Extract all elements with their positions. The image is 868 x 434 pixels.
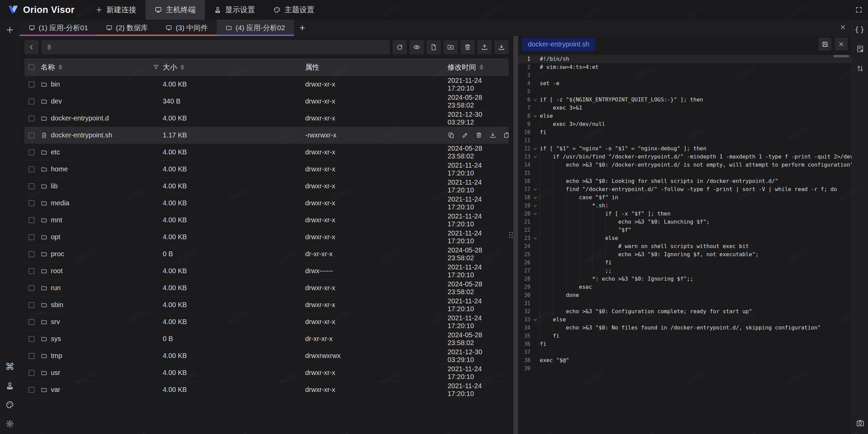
sort-icon[interactable] — [180, 64, 184, 70]
file-row-opt[interactable]: opt4.00 KBdrwxr-xr-x2021-11-24 17:20:10 — [24, 229, 509, 246]
delete-icon[interactable] — [475, 132, 482, 139]
row-checkbox[interactable] — [28, 149, 35, 155]
file-row-run[interactable]: run4.00 KBdrwxr-xr-x2024-05-28 23:58:02 — [24, 280, 509, 297]
row-checkbox[interactable] — [28, 98, 35, 105]
row-checkbox[interactable] — [28, 319, 35, 325]
file-row-usr[interactable]: usr4.00 KBdrwxr-xr-x2021-11-24 17:20:10 — [24, 364, 509, 381]
new-file-button[interactable] — [427, 40, 441, 54]
row-checkbox[interactable] — [28, 387, 35, 393]
row-checkbox[interactable] — [28, 200, 35, 206]
fullscreen-button[interactable] — [850, 0, 868, 20]
fold-chevron-icon[interactable] — [530, 210, 540, 218]
menu-item-3[interactable]: 主题设置 — [264, 0, 323, 20]
fold-chevron-icon[interactable] — [530, 193, 540, 202]
file-row-var[interactable]: var4.00 KBdrwxr-xr-x2021-11-24 17:20:10 — [24, 381, 509, 398]
fold-chevron-icon[interactable] — [530, 202, 540, 210]
copy-icon[interactable] — [448, 132, 455, 139]
fold-chevron-icon[interactable] — [530, 185, 540, 193]
menu-item-0[interactable]: 新建连接 — [86, 0, 145, 20]
session-tab-4[interactable]: (4) 应用-分析02 — [217, 20, 294, 36]
row-checkbox[interactable] — [28, 268, 35, 274]
close-editor-button[interactable] — [835, 38, 848, 51]
fold-chevron-icon[interactable] — [530, 234, 540, 242]
back-button[interactable] — [24, 40, 39, 54]
editor-file-tab[interactable]: docker-entrypoint.sh — [522, 38, 595, 51]
delete-button[interactable] — [460, 40, 475, 54]
row-checkbox[interactable] — [28, 336, 35, 342]
file-row-etc[interactable]: etc4.00 KBdrwxr-xr-x2024-05-28 23:58:02 — [24, 144, 509, 161]
new-connection-button[interactable] — [3, 23, 17, 37]
close-all-tabs-button[interactable] — [840, 24, 846, 32]
refresh-button[interactable] — [393, 40, 407, 54]
new-folder-button[interactable] — [443, 40, 458, 54]
select-all-checkbox[interactable] — [28, 64, 35, 70]
file-row-docker-entrypoint.d[interactable]: docker-entrypoint.d4.00 KBdrwxr-xr-x2021… — [24, 110, 509, 127]
transfer-list-button[interactable] — [854, 62, 866, 75]
fold-chevron-icon[interactable] — [530, 145, 540, 153]
menu-item-1[interactable]: 主机终端 — [145, 0, 205, 20]
file-row-dev[interactable]: dev340 Bdrwxr-xr-x2024-05-28 23:58:02 — [24, 93, 509, 110]
sort-icon[interactable] — [58, 64, 62, 70]
path-input[interactable] — [56, 43, 385, 51]
file-row-docker-entrypoint.sh[interactable]: docker-entrypoint.sh1.17 KB-rwxrwxr-x — [24, 127, 509, 144]
row-checkbox[interactable] — [28, 81, 35, 88]
download-button[interactable] — [494, 40, 509, 54]
row-checkbox[interactable] — [28, 132, 35, 138]
row-checkbox[interactable] — [28, 115, 35, 121]
theme-settings-button[interactable] — [3, 398, 17, 412]
row-checkbox[interactable] — [28, 217, 35, 223]
splitter-drag-handle[interactable] — [509, 228, 513, 242]
row-checkbox[interactable] — [28, 251, 35, 257]
terminal-variables-button[interactable]: {} — [854, 23, 866, 35]
indent-guide — [540, 307, 553, 316]
file-size: 4.00 KB — [163, 80, 187, 88]
fold-chevron-icon[interactable] — [530, 153, 540, 161]
row-checkbox[interactable] — [28, 370, 35, 376]
file-row-lib[interactable]: lib4.00 KBdrwxr-xr-x2021-11-24 17:20:10 — [24, 178, 509, 195]
download-icon[interactable] — [489, 132, 496, 139]
file-row-media[interactable]: media4.00 KBdrwxr-xr-x2021-11-24 17:20:1… — [24, 195, 509, 212]
row-checkbox[interactable] — [28, 353, 35, 359]
file-row-proc[interactable]: proc0 Bdr-xr-xr-x2024-05-28 23:58:02 — [24, 246, 509, 263]
fold-gutter — [530, 161, 540, 169]
show-hidden-files-button[interactable] — [410, 40, 424, 54]
row-checkbox[interactable] — [28, 285, 35, 291]
shortcut-keys-button[interactable]: ⌘ — [3, 360, 17, 374]
code-token: fi — [605, 259, 612, 266]
fold-chevron-icon[interactable] — [530, 316, 540, 324]
row-checkbox[interactable] — [28, 183, 35, 189]
swap-icon — [856, 64, 864, 73]
edit-icon[interactable] — [461, 132, 469, 139]
row-checkbox[interactable] — [28, 302, 35, 308]
code-area[interactable]: 1#!/bin/sh2# vim:sw=4:ts=4:et34set -e56i… — [518, 52, 852, 434]
sort-icon[interactable] — [479, 64, 484, 70]
session-tab-1[interactable]: (1) 应用-分析01 — [20, 20, 97, 36]
menu-item-2[interactable]: 显示设置 — [205, 0, 264, 20]
file-row-root[interactable]: root4.00 KBdrwx------2021-11-24 17:20:10 — [24, 263, 509, 280]
file-row-home[interactable]: home4.00 KBdrwxr-xr-x2021-11-24 17:20:10 — [24, 161, 509, 178]
file-row-sbin[interactable]: sbin4.00 KBdrwxr-xr-x2021-11-24 17:20:10 — [24, 297, 509, 314]
file-row-bin[interactable]: bin4.00 KBdrwxr-xr-x2021-11-24 17:20:10 — [24, 76, 509, 93]
display-settings-button[interactable] — [3, 379, 17, 393]
fold-chevron-icon[interactable] — [530, 96, 540, 104]
screenshot-button[interactable] — [854, 417, 866, 429]
fold-chevron-icon[interactable] — [530, 112, 540, 120]
editor-scrollbar-thumb[interactable] — [833, 55, 849, 57]
command-snippets-button[interactable] — [854, 43, 866, 55]
file-row-mnt[interactable]: mnt4.00 KBdrwxr-xr-x2021-11-24 17:20:10 — [24, 212, 509, 229]
save-button[interactable] — [818, 38, 831, 51]
row-checkbox[interactable] — [28, 166, 35, 172]
filter-icon[interactable] — [153, 64, 159, 71]
upload-button[interactable] — [477, 40, 492, 54]
file-row-srv[interactable]: srv4.00 KBdrwxr-xr-x2021-11-24 17:20:10 — [24, 314, 509, 331]
session-tab-3[interactable]: (3) 中间件 — [157, 20, 217, 36]
code-text — [540, 136, 852, 145]
add-tab-button[interactable]: + — [294, 20, 311, 36]
settings-button[interactable] — [3, 417, 17, 431]
session-tab-2[interactable]: (2) 数据库 — [97, 20, 157, 36]
file-row-tmp[interactable]: tmp4.00 KBdrwxrwxrwx2021-12-30 03:29:10 — [24, 347, 509, 364]
move-icon[interactable] — [503, 132, 509, 139]
file-row-sys[interactable]: sys0 Bdr-xr-xr-x2024-05-28 23:58:02 — [24, 331, 509, 347]
row-checkbox[interactable] — [28, 234, 35, 240]
panel-splitter[interactable] — [513, 36, 518, 434]
